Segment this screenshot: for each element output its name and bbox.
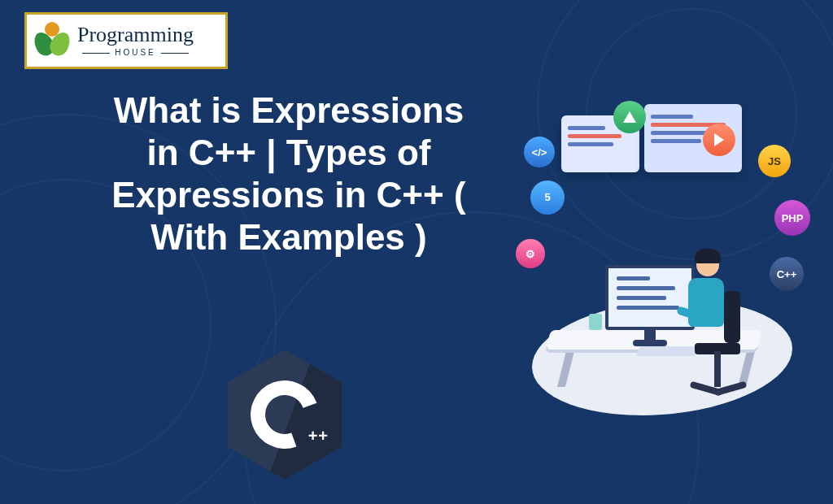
logo-icon [33,22,71,59]
cpp-logo-badge: ++ [228,350,342,480]
play-icon [703,124,735,156]
monitor-base [633,340,667,346]
keyboard-icon [636,346,698,356]
gear-icon: ⚙ [516,239,545,268]
person-hair [695,249,721,263]
logo-title: Programming [77,24,194,46]
site-logo[interactable]: Programming HOUSE [24,12,228,69]
hero-banner: Programming HOUSE What is Expressions in… [0,0,833,504]
code-brackets-icon: </> [524,137,555,167]
cpp-bubble-icon: C++ [770,257,804,291]
php-icon: PHP [774,200,810,236]
js-icon: JS [758,145,791,177]
html5-icon: 5 [530,180,565,215]
letter-c-icon [239,369,330,460]
person-torso [688,278,724,327]
hexagon-icon: ++ [228,350,342,480]
chair-pole [714,351,721,387]
logo-subtitle: HOUSE [115,49,156,57]
plus-plus-label: ++ [308,427,329,445]
logo-text: Programming HOUSE [77,24,194,57]
css-icon [613,101,646,133]
monitor-icon [605,265,695,330]
page-title: What is Expressions in C++ | Types of Ex… [98,89,480,259]
programmer-illustration: </> 5 ⚙ JS PHP C++ [516,98,809,439]
cup-icon [589,314,602,330]
chair-back [724,291,740,343]
